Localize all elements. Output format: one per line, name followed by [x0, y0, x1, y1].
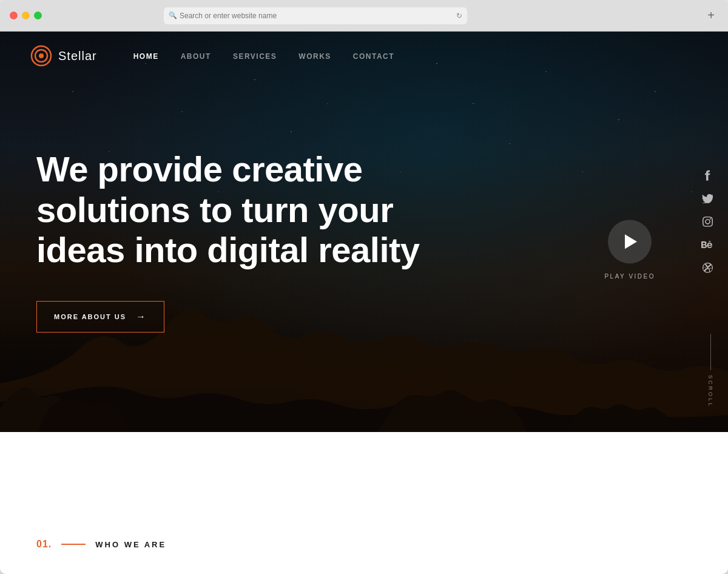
reload-icon[interactable]: ↻ [456, 12, 462, 20]
section-number: 01. [36, 539, 52, 550]
nav-link-about[interactable]: ABOUT [181, 52, 211, 61]
nav-link-services[interactable]: SERVICES [233, 52, 277, 61]
minimize-button[interactable] [22, 12, 30, 19]
browser-toolbar: 🔍 ↻ + [0, 0, 728, 32]
play-label: PLAY VIDEO [604, 273, 655, 280]
hero-content: We provide creative solutions to turn yo… [36, 149, 461, 333]
logo[interactable]: Stellar [30, 45, 97, 67]
address-bar[interactable]: 🔍 ↻ [164, 7, 467, 24]
search-icon: 🔍 [169, 12, 177, 19]
maximize-button[interactable] [34, 12, 42, 19]
instagram-icon[interactable] [701, 215, 713, 228]
traffic-lights [10, 12, 42, 19]
nav-link-works[interactable]: WORKS [298, 52, 331, 61]
hero-headline: We provide creative solutions to turn yo… [36, 149, 461, 271]
scroll-indicator: SCROLL [707, 334, 713, 408]
scroll-text: SCROLL [707, 375, 713, 408]
nav-link-contact[interactable]: CONTACT [353, 52, 394, 61]
facebook-icon[interactable] [701, 169, 713, 181]
nav-item-works[interactable]: WORKS [298, 50, 331, 61]
play-circle[interactable] [608, 220, 652, 263]
navbar: Stellar HOME ABOUT SERVICES WORKS CONTAC… [0, 32, 728, 80]
play-triangle-icon [625, 234, 637, 249]
below-fold-section: 01. WHO WE ARE [0, 432, 728, 574]
hero-section: Stellar HOME ABOUT SERVICES WORKS CONTAC… [0, 32, 728, 432]
scroll-line [710, 334, 711, 370]
nav-item-home[interactable]: HOME [133, 50, 159, 61]
logo-text: Stellar [58, 49, 97, 63]
arrow-icon: → [136, 311, 147, 322]
nav-item-services[interactable]: SERVICES [233, 50, 277, 61]
twitter-icon[interactable] [701, 192, 713, 204]
social-sidebar [701, 169, 713, 274]
dribbble-icon[interactable] [701, 262, 713, 274]
new-tab-button[interactable]: + [704, 8, 718, 23]
section-title: WHO WE ARE [95, 540, 166, 549]
more-about-label: MORE ABOUT US [54, 313, 126, 320]
url-input[interactable] [164, 7, 467, 24]
more-about-button[interactable]: MORE ABOUT US → [36, 301, 164, 333]
section-line [61, 544, 86, 545]
close-button[interactable] [10, 12, 18, 19]
browser-window: 🔍 ↻ + [0, 0, 728, 574]
nav-links: HOME ABOUT SERVICES WORKS CONTACT [133, 50, 394, 61]
section-label: 01. WHO WE ARE [36, 539, 692, 550]
behance-icon[interactable] [701, 238, 713, 251]
nav-item-about[interactable]: ABOUT [181, 50, 211, 61]
website-frame: Stellar HOME ABOUT SERVICES WORKS CONTAC… [0, 32, 728, 574]
logo-icon [30, 45, 52, 67]
svg-point-2 [39, 53, 44, 58]
play-video-button[interactable]: PLAY VIDEO [604, 220, 655, 280]
nav-link-home[interactable]: HOME [133, 52, 159, 61]
nav-item-contact[interactable]: CONTACT [353, 50, 394, 61]
